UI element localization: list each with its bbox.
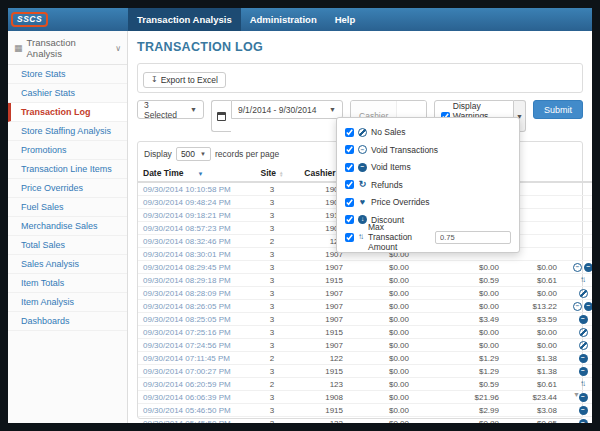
- table-row: 09/30/2014 05:46:50 PM31915$0.00$2.99$3.…: [138, 404, 592, 417]
- datetime-link[interactable]: 09/30/2014 05:45:50 PM: [138, 417, 250, 423]
- nav-item-administration[interactable]: Administration: [241, 8, 326, 31]
- warnings-option-void-transactions[interactable]: −Void Transactions: [345, 141, 511, 159]
- circle-arrow-down-icon: ↓: [358, 215, 367, 224]
- submit-button[interactable]: Submit: [533, 100, 583, 119]
- warnings-option-label: Void Items: [371, 162, 411, 172]
- amount-cell: $0.59: [414, 378, 504, 391]
- circle-minus-icon: −: [579, 354, 588, 363]
- void-items-checkbox[interactable]: [345, 163, 354, 172]
- date-range-value: 9/1/2014 - 9/30/2014: [238, 105, 316, 115]
- datetime-link[interactable]: 09/30/2014 09:48:24 PM: [138, 196, 250, 209]
- nav-item-help[interactable]: Help: [326, 8, 365, 31]
- datetime-link[interactable]: 09/30/2014 07:24:56 PM: [138, 339, 250, 352]
- cashier-cell: 1907: [294, 261, 348, 274]
- sidebar-item-sales-analysis[interactable]: Sales Analysis: [8, 255, 127, 274]
- datetime-link[interactable]: 09/30/2014 08:29:45 PM: [138, 261, 250, 274]
- price-overrides-checkbox[interactable]: [345, 198, 354, 207]
- sidebar-item-dashboards[interactable]: Dashboards: [8, 312, 127, 331]
- datetime-link[interactable]: 09/30/2014 08:32:46 PM: [138, 235, 250, 248]
- datetime-link[interactable]: 09/30/2014 06:06:39 PM: [138, 391, 250, 404]
- sidebar-item-fuel-sales[interactable]: Fuel Sales: [8, 198, 127, 217]
- records-per-page-select[interactable]: 500 ▼: [176, 147, 211, 161]
- sidebar-item-total-sales[interactable]: Total Sales: [8, 236, 127, 255]
- export-to-excel-button[interactable]: ↧ Export to Excel: [143, 72, 226, 89]
- sidebar-item-item-totals[interactable]: Item Totals: [8, 274, 127, 293]
- amount-cell: $0.61: [504, 378, 562, 391]
- warnings-cell: [562, 339, 592, 352]
- column-header-site[interactable]: Site▲▼: [250, 165, 294, 182]
- column-header-date-time[interactable]: Date Time▼: [138, 165, 250, 182]
- calendar-button[interactable]: [211, 100, 231, 132]
- datetime-link[interactable]: 09/30/2014 09:18:21 PM: [138, 209, 250, 222]
- site-cell: 3: [250, 365, 294, 378]
- sidebar-item-promotions[interactable]: Promotions: [8, 141, 127, 160]
- void-transactions-checkbox[interactable]: [345, 145, 354, 154]
- sort-desc-icon: ▼: [197, 171, 203, 177]
- refunds-checkbox[interactable]: [345, 180, 354, 189]
- fuel-total-cell: $0.00: [348, 365, 414, 378]
- amount-cell: $1.29: [414, 352, 504, 365]
- nav-item-transaction-analysis[interactable]: Transaction Analysis: [128, 8, 241, 31]
- datetime-link[interactable]: 09/30/2014 08:29:18 PM: [138, 274, 250, 287]
- datetime-link[interactable]: 09/30/2014 08:28:09 PM: [138, 287, 250, 300]
- scrollbar-down-arrow[interactable]: ▼: [573, 391, 580, 398]
- sidebar-item-store-stats[interactable]: Store Stats: [8, 65, 127, 84]
- amount-cell: $0.00: [414, 261, 504, 274]
- datetime-link[interactable]: 09/30/2014 08:25:05 PM: [138, 313, 250, 326]
- sidebar-item-transaction-line-items[interactable]: Transaction Line Items: [8, 160, 127, 179]
- sidebar-item-item-analysis[interactable]: Item Analysis: [8, 293, 127, 312]
- fuel-total-cell: $0.00: [348, 326, 414, 339]
- sites-select[interactable]: 3 Selected ▼: [137, 100, 204, 119]
- datetime-link[interactable]: 09/30/2014 10:10:58 PM: [138, 182, 250, 196]
- max-transaction-amount-input[interactable]: [435, 231, 511, 244]
- sidebar-item-transaction-log[interactable]: Transaction Log: [8, 103, 127, 122]
- max-transaction-amount-checkbox[interactable]: [345, 233, 354, 242]
- circle-minus-outline-icon: −: [573, 263, 582, 272]
- warnings-dropdown-panel: No Sales−Void Transactions−Void Items↻Re…: [336, 117, 520, 253]
- amount-cell: $0.00: [504, 326, 562, 339]
- datetime-link[interactable]: 09/30/2014 06:20:59 PM: [138, 378, 250, 391]
- sidebar-header[interactable]: ▦ Transaction Analysis ∨: [8, 31, 127, 65]
- warnings-option-price-overrides[interactable]: ♥Price Overrides: [345, 193, 511, 211]
- amount-cell: $23.44: [504, 391, 562, 404]
- warning-icons: −: [567, 315, 592, 324]
- no-sales-checkbox[interactable]: [345, 128, 354, 137]
- column-header-label: Date Time: [143, 168, 183, 178]
- site-cell: 3: [250, 196, 294, 209]
- sort-arrows-icon: ↑↓: [580, 276, 586, 285]
- datetime-link[interactable]: 09/30/2014 08:30:01 PM: [138, 248, 250, 261]
- sidebar-item-store-staffing-analysis[interactable]: Store Staffing Analysis: [8, 122, 127, 141]
- caret-down-icon: ▼: [323, 106, 336, 113]
- warnings-cell: [562, 222, 592, 235]
- datetime-link[interactable]: 09/30/2014 07:00:27 PM: [138, 365, 250, 378]
- sidebar-header-label: Transaction Analysis: [27, 37, 112, 59]
- date-range-select[interactable]: 9/1/2014 - 9/30/2014 ▼: [231, 100, 343, 119]
- circle-minus-icon: −: [579, 419, 588, 423]
- warnings-cell: [562, 209, 592, 222]
- table-row: 09/30/2014 08:28:09 PM31907$0.00$0.00$0.…: [138, 287, 592, 300]
- warnings-option-void-items[interactable]: −Void Items: [345, 158, 511, 176]
- amount-cell: $3.59: [504, 313, 562, 326]
- sidebar-item-cashier-stats[interactable]: Cashier Stats: [8, 84, 127, 103]
- warnings-option-no-sales[interactable]: No Sales: [345, 123, 511, 141]
- warnings-cell: −−: [562, 300, 592, 313]
- sort-arrows-icon: ↑↓: [580, 380, 586, 389]
- column-header-hidden-6[interactable]: [562, 165, 592, 182]
- sscs-logo[interactable]: SSCS: [11, 12, 48, 27]
- ban-icon: [579, 289, 588, 298]
- datetime-link[interactable]: 09/30/2014 07:25:16 PM: [138, 326, 250, 339]
- discount-checkbox[interactable]: [345, 215, 354, 224]
- sidebar-item-price-overrides[interactable]: Price Overrides: [8, 179, 127, 198]
- datetime-link[interactable]: 09/30/2014 08:26:05 PM: [138, 300, 250, 313]
- site-cell: 3: [250, 404, 294, 417]
- warnings-option-refunds[interactable]: ↻Refunds: [345, 176, 511, 194]
- datetime-link[interactable]: 09/30/2014 08:57:23 PM: [138, 222, 250, 235]
- datetime-link[interactable]: 09/30/2014 05:46:50 PM: [138, 404, 250, 417]
- amount-cell: $0.00: [414, 326, 504, 339]
- datetime-link[interactable]: 09/30/2014 07:11:45 PM: [138, 352, 250, 365]
- amount-cell: $0.59: [414, 274, 504, 287]
- sidebar-item-merchandise-sales[interactable]: Merchandise Sales: [8, 217, 127, 236]
- amount-cell: $0.00: [414, 300, 504, 313]
- warnings-option-max-transaction-amount[interactable]: ↑↓Max Transaction Amount: [345, 228, 511, 246]
- sidebar: ▦ Transaction Analysis ∨ Store StatsCash…: [8, 31, 128, 423]
